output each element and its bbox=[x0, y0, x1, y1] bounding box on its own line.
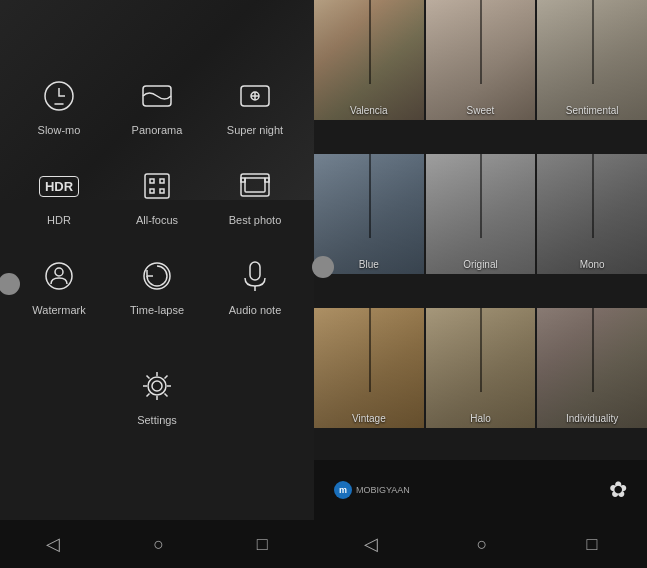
settings-item[interactable]: Settings bbox=[105, 354, 209, 436]
svg-rect-10 bbox=[245, 178, 265, 192]
timelapse-label: Time-lapse bbox=[130, 304, 184, 316]
filter-label-individuality: Individuality bbox=[537, 413, 647, 424]
hdr-label: HDR bbox=[47, 214, 71, 226]
recent-button-left[interactable]: □ bbox=[241, 526, 284, 563]
nav-bar-right: ◁ ○ □ bbox=[314, 520, 647, 568]
mode-best-photo[interactable]: Best photo bbox=[206, 150, 304, 240]
home-button-right[interactable]: ○ bbox=[461, 526, 504, 563]
filter-thumb-valencia bbox=[314, 0, 424, 120]
svg-rect-16 bbox=[250, 262, 260, 280]
filter-label-sweet: Sweet bbox=[426, 105, 536, 116]
filter-item-vintage[interactable]: Vintage bbox=[314, 308, 424, 428]
supernight-label: Super night bbox=[227, 124, 283, 136]
svg-rect-5 bbox=[150, 179, 154, 183]
back-button-right[interactable]: ◁ bbox=[348, 525, 394, 563]
swipe-handle-right[interactable] bbox=[312, 256, 334, 278]
filter-thumb-original bbox=[426, 154, 536, 274]
filter-thumb-sentimental bbox=[537, 0, 647, 120]
back-button-left[interactable]: ◁ bbox=[30, 525, 76, 563]
mode-hdr[interactable]: HDR HDR bbox=[10, 150, 108, 240]
filter-thumb-mono bbox=[537, 154, 647, 274]
filter-grid: ValenciaSweetSentimentalBlueOriginalMono… bbox=[314, 0, 647, 460]
home-button-left[interactable]: ○ bbox=[137, 526, 180, 563]
svg-point-19 bbox=[148, 377, 166, 395]
recent-button-right[interactable]: □ bbox=[571, 526, 614, 563]
watermark-area: m MOBIGYAAN bbox=[334, 481, 410, 499]
mode-audio-note[interactable]: Audio note bbox=[206, 240, 304, 330]
filter-label-halo: Halo bbox=[426, 413, 536, 424]
modes-grid: Slow-mo Panorama Super night HDR HDR bbox=[0, 40, 314, 340]
filter-item-sweet[interactable]: Sweet bbox=[426, 0, 536, 120]
filter-thumb-blue bbox=[314, 154, 424, 274]
filter-label-valencia: Valencia bbox=[314, 105, 424, 116]
supernight-icon bbox=[233, 74, 277, 118]
left-panel: Slow-mo Panorama Super night HDR HDR bbox=[0, 0, 314, 568]
mode-time-lapse[interactable]: Time-lapse bbox=[108, 240, 206, 330]
filter-effects-icon[interactable]: ✿ bbox=[609, 477, 627, 503]
right-panel: ValenciaSweetSentimentalBlueOriginalMono… bbox=[314, 0, 647, 568]
filter-item-halo[interactable]: Halo bbox=[426, 308, 536, 428]
svg-rect-4 bbox=[145, 174, 169, 198]
settings-icon bbox=[135, 364, 179, 408]
watermark-label: Watermark bbox=[32, 304, 85, 316]
mode-watermark[interactable]: Watermark bbox=[10, 240, 108, 330]
filter-item-sentimental[interactable]: Sentimental bbox=[537, 0, 647, 120]
allfocus-label: All-focus bbox=[136, 214, 178, 226]
watermark-brand-icon: m bbox=[334, 481, 352, 499]
filter-label-sentimental: Sentimental bbox=[537, 105, 647, 116]
settings-row: Settings bbox=[0, 344, 314, 446]
nav-bar-left: ◁ ○ □ bbox=[0, 520, 314, 568]
filter-item-valencia[interactable]: Valencia bbox=[314, 0, 424, 120]
filter-label-vintage: Vintage bbox=[314, 413, 424, 424]
hdr-icon: HDR bbox=[37, 164, 81, 208]
panorama-label: Panorama bbox=[132, 124, 183, 136]
watermark-text: MOBIGYAAN bbox=[356, 485, 410, 495]
slowmo-icon bbox=[37, 74, 81, 118]
svg-rect-6 bbox=[160, 179, 164, 183]
svg-rect-11 bbox=[241, 178, 245, 182]
filter-thumb-vintage bbox=[314, 308, 424, 428]
mode-slow-mo[interactable]: Slow-mo bbox=[10, 60, 108, 150]
allfocus-icon bbox=[135, 164, 179, 208]
filter-item-original[interactable]: Original bbox=[426, 154, 536, 274]
svg-rect-8 bbox=[160, 189, 164, 193]
bottom-bar-right: m MOBIGYAAN ✿ bbox=[314, 460, 647, 520]
filter-label-original: Original bbox=[426, 259, 536, 270]
svg-rect-7 bbox=[150, 189, 154, 193]
panorama-icon bbox=[135, 74, 179, 118]
mode-all-focus[interactable]: All-focus bbox=[108, 150, 206, 240]
watermark-icon bbox=[37, 254, 81, 298]
filter-item-mono[interactable]: Mono bbox=[537, 154, 647, 274]
bestphoto-label: Best photo bbox=[229, 214, 282, 226]
mode-panorama[interactable]: Panorama bbox=[108, 60, 206, 150]
filter-label-mono: Mono bbox=[537, 259, 647, 270]
filter-thumb-sweet bbox=[426, 0, 536, 120]
filter-item-individuality[interactable]: Individuality bbox=[537, 308, 647, 428]
filter-thumb-individuality bbox=[537, 308, 647, 428]
svg-point-18 bbox=[152, 381, 162, 391]
mode-super-night[interactable]: Super night bbox=[206, 60, 304, 150]
filter-thumb-halo bbox=[426, 308, 536, 428]
bestphoto-icon bbox=[233, 164, 277, 208]
svg-rect-12 bbox=[265, 178, 269, 182]
audionote-icon bbox=[233, 254, 277, 298]
slowmo-label: Slow-mo bbox=[38, 124, 81, 136]
filter-item-blue[interactable]: Blue bbox=[314, 154, 424, 274]
timelapse-icon bbox=[135, 254, 179, 298]
audionote-label: Audio note bbox=[229, 304, 282, 316]
svg-point-14 bbox=[55, 268, 63, 276]
settings-label: Settings bbox=[137, 414, 177, 426]
